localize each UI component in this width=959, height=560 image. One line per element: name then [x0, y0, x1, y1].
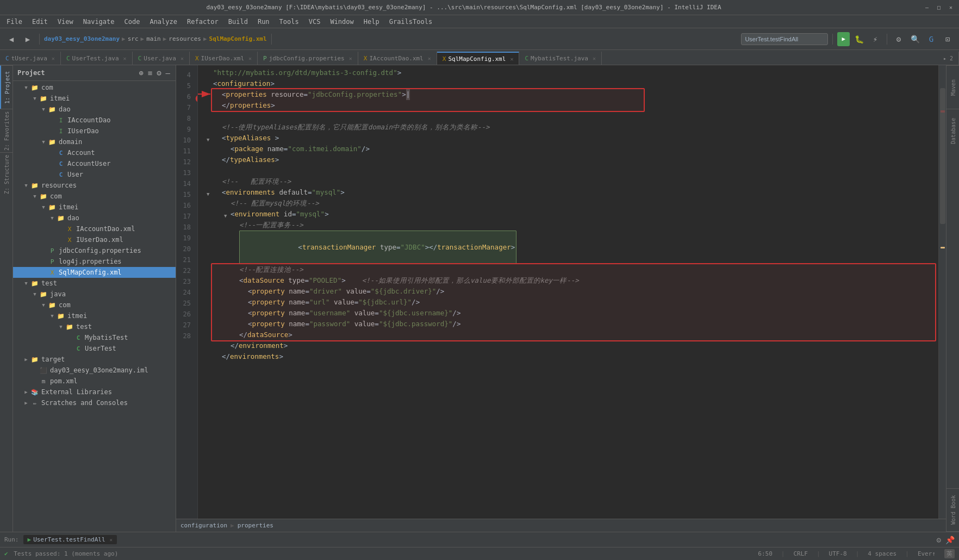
tab-sqlmapconfig-close[interactable]: ✕ [510, 56, 513, 62]
menu-view[interactable]: View [53, 17, 78, 27]
sidebar-collapse[interactable]: ≡ [147, 67, 153, 78]
tree-item-target[interactable]: ▶ 📁 target [13, 354, 176, 365]
run-button[interactable]: ▶ [837, 32, 850, 46]
tree-item-iaccountdao[interactable]: I IAccountDao [13, 115, 176, 126]
tab-user[interactable]: C User.java ✕ [133, 52, 190, 65]
left-tab-structure[interactable]: Z: Structure [0, 152, 13, 196]
status-indent[interactable]: 4 spaces [868, 550, 896, 557]
tab-jdbc-prop-close[interactable]: ✕ [349, 55, 352, 61]
tree-item-pom[interactable]: m pom.xml [13, 376, 176, 387]
back-button[interactable]: ◀ [4, 32, 18, 46]
menu-file[interactable]: File [2, 17, 27, 27]
menu-grailstools[interactable]: GrailsTools [385, 17, 437, 27]
tree-item-iuserdao-xml[interactable]: X IUserDao.xml [13, 234, 176, 245]
menu-analyze[interactable]: Analyze [145, 17, 182, 27]
tree-item-itmei[interactable]: ▼ 📁 itmei [13, 93, 176, 104]
tab-user-close[interactable]: ✕ [180, 55, 184, 61]
left-tab-favorites[interactable]: 2: Favorites [0, 109, 13, 152]
menu-tools[interactable]: Tools [275, 17, 303, 27]
tree-item-mybatistest[interactable]: C MybatisTest [13, 332, 176, 343]
tree-item-account[interactable]: C Account [13, 147, 176, 158]
minimize-button[interactable]: — [923, 4, 931, 11]
tree-item-java2[interactable]: ▼ 📁 java [13, 289, 176, 300]
terminal-button[interactable]: ⊡ [941, 32, 955, 46]
right-panel-wordbook[interactable]: Word Book [946, 488, 959, 532]
tab-iuserdao-xml-close[interactable]: ✕ [248, 55, 252, 61]
tab-usertest[interactable]: C UserTest.java ✕ [61, 52, 133, 65]
tree-item-test[interactable]: ▼ 📁 test [13, 278, 176, 289]
tab-mybatistest[interactable]: C MybatisTest.java ✕ [519, 52, 602, 65]
settings-button[interactable]: ⚙ [892, 32, 906, 46]
tree-item-user[interactable]: C User [13, 169, 176, 180]
status-line-ending[interactable]: CRLF [793, 550, 808, 557]
tree-item-com3[interactable]: ▼ 📁 com [13, 300, 176, 310]
menu-build[interactable]: Build [224, 17, 252, 27]
tree-item-test2[interactable]: ▼ 📁 test [13, 321, 176, 332]
tree-item-dao[interactable]: ▼ 📁 dao [13, 104, 176, 115]
tree-item-log4j[interactable]: P log4j.properties [13, 256, 176, 267]
tab-tuser[interactable]: C tUser.java ✕ [0, 52, 61, 65]
git-button[interactable]: G [924, 32, 938, 46]
status-encoding[interactable]: UTF-8 [829, 550, 847, 557]
tab-jdbc-prop[interactable]: P jdbcConfig.properties ✕ [258, 52, 358, 65]
sidebar-external-link[interactable]: ⊕ [138, 67, 144, 78]
bc-file[interactable]: SqlMapConfig.xml [209, 35, 267, 42]
tab-iaccountdao-xml[interactable]: X IAccountDao.xml ✕ [358, 52, 437, 65]
run-tab[interactable]: ▶ UserTest.testFindAll ✕ [23, 535, 117, 544]
menu-code[interactable]: Code [120, 17, 145, 27]
right-panel-maven[interactable]: Maven [946, 65, 959, 109]
tree-item-jdbcconfig[interactable]: P jdbcConfig.properties [13, 245, 176, 256]
editor-bc-config[interactable]: configuration [180, 522, 227, 529]
menu-refactor[interactable]: Refactor [183, 17, 223, 27]
tab-iuserdao-xml[interactable]: X IUserDao.xml ✕ [190, 52, 258, 65]
tree-item-usertest[interactable]: C UserTest [13, 343, 176, 354]
tab-usertest-close[interactable]: ✕ [123, 55, 127, 61]
tree-item-itmei3[interactable]: ▼ 📁 itmei [13, 310, 176, 321]
forward-button[interactable]: ▶ [21, 32, 35, 46]
sidebar-minimize[interactable]: — [165, 67, 171, 78]
close-button[interactable]: ✕ [947, 4, 955, 11]
tree-item-domain[interactable]: ▼ 📁 domain [13, 136, 176, 147]
tree-item-scratches[interactable]: ▶ ✏ Scratches and Consoles [13, 397, 176, 408]
right-panel-database[interactable]: Database [946, 109, 959, 152]
tree-item-itmei2[interactable]: ▼ 📁 itmei [13, 202, 176, 213]
tab-overflow[interactable]: ▸ 2 [938, 52, 959, 65]
tab-tuser-close[interactable]: ✕ [52, 55, 55, 61]
tab-mybatistest-close[interactable]: ✕ [593, 55, 596, 61]
tree-item-resources[interactable]: ▼ 📁 resources [13, 180, 176, 191]
run-pin-button[interactable]: 📌 [945, 536, 955, 544]
search-everywhere-button[interactable]: 🔍 [908, 32, 922, 46]
menu-run[interactable]: Run [253, 17, 274, 27]
tree-item-com2[interactable]: ▼ 📁 com [13, 191, 176, 202]
code-editor[interactable]: "http://mybatis.org/dtd/mybatis-3-config… [198, 65, 938, 519]
run-tab-close[interactable]: ✕ [110, 537, 113, 543]
tree-item-external-libs[interactable]: ▶ 📚 External Libraries [13, 387, 176, 397]
menu-help[interactable]: Help [359, 17, 384, 27]
tree-item-iaccountdao-xml[interactable]: X IAccountDao.xml [13, 223, 176, 234]
coverage-button[interactable]: ⚡ [868, 32, 882, 46]
tree-item-day03-iml[interactable]: ⬛ day03_eesy_03one2many.iml [13, 365, 176, 376]
menu-navigate[interactable]: Navigate [79, 17, 119, 27]
tab-sqlmapconfig[interactable]: X SqlMapConfig.xml ✕ [437, 52, 520, 65]
menu-edit[interactable]: Edit [28, 17, 52, 27]
scrollbar-thumb[interactable] [940, 88, 945, 224]
maximize-button[interactable]: □ [935, 4, 943, 11]
left-tab-project[interactable]: 1: Project [0, 65, 13, 109]
menu-window[interactable]: Window [326, 17, 358, 27]
tree-item-com[interactable]: ▼ 📁 com [13, 82, 176, 93]
debug-button[interactable]: 🐛 [852, 32, 866, 46]
tree-item-sqlmapconfig[interactable]: X SqlMapConfig.xml [13, 267, 176, 278]
bc-resources[interactable]: resources [169, 35, 201, 42]
search-input[interactable] [741, 33, 828, 45]
tab-iaccountdao-xml-close[interactable]: ✕ [428, 55, 431, 61]
sidebar-settings[interactable]: ⚙ [155, 67, 162, 78]
tree-item-dao2[interactable]: ▼ 📁 dao [13, 213, 176, 223]
run-settings-button[interactable]: ⚙ [937, 536, 941, 544]
bc-main[interactable]: main [146, 35, 161, 42]
editor-bc-properties[interactable]: properties [238, 522, 273, 529]
breadcrumb-project[interactable]: day03_eesy_03one2many [44, 35, 120, 42]
tree-item-iuserdao[interactable]: I IUserDao [13, 126, 176, 136]
menu-vcs[interactable]: VCS [304, 17, 325, 27]
tree-item-accountuser[interactable]: C AccountUser [13, 158, 176, 169]
bc-src[interactable]: src [128, 35, 139, 42]
